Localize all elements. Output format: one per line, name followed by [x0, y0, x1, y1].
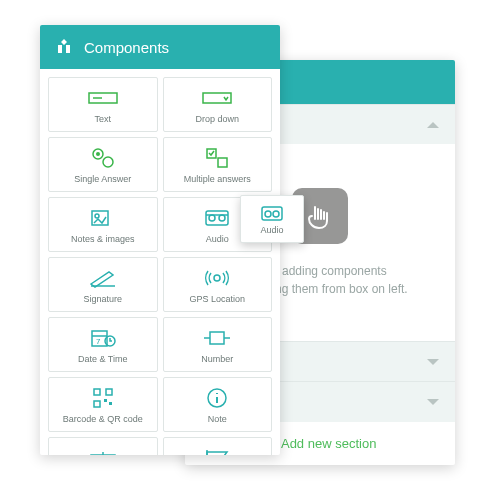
svg-rect-7 — [218, 158, 227, 167]
svg-point-4 — [96, 152, 100, 156]
barcode-icon — [92, 385, 114, 411]
svg-point-35 — [265, 211, 271, 217]
svg-point-9 — [95, 214, 99, 218]
svg-text:7: 7 — [96, 337, 101, 346]
text-icon — [88, 85, 118, 111]
component-tile-number[interactable]: Number — [163, 317, 273, 372]
component-tile-single-answer[interactable]: Single Answer — [48, 137, 158, 192]
drag-ghost-label: Audio — [260, 225, 283, 235]
components-header: Components — [40, 25, 280, 69]
single-answer-icon — [91, 145, 115, 171]
add-section-label: Add new section — [281, 436, 376, 451]
component-tile-multiple-answers[interactable]: Multiple answers — [163, 137, 273, 192]
dropdown-icon — [202, 85, 232, 111]
component-tile-notes-images[interactable]: Notes & images — [48, 197, 158, 252]
svg-rect-24 — [106, 389, 112, 395]
component-tile-text[interactable]: Text — [48, 77, 158, 132]
component-tile-dropdown[interactable]: Drop down — [163, 77, 273, 132]
component-tile-gps[interactable]: GPS Location — [163, 257, 273, 312]
chevron-down-icon — [427, 399, 439, 405]
gps-icon — [205, 265, 229, 291]
separator-icon — [89, 445, 117, 455]
multiple-answers-icon — [205, 145, 229, 171]
svg-point-11 — [209, 215, 215, 221]
svg-rect-27 — [109, 402, 112, 405]
chevron-down-icon — [427, 359, 439, 365]
component-tile-barcode[interactable]: Barcode & QR code — [48, 377, 158, 432]
svg-rect-23 — [94, 389, 100, 395]
signature-icon — [89, 265, 117, 291]
component-tile-signature[interactable]: Signature — [48, 257, 158, 312]
datetime-icon: 7 — [90, 325, 116, 351]
svg-rect-26 — [104, 399, 107, 402]
number-icon — [202, 325, 232, 351]
svg-point-12 — [219, 215, 225, 221]
notes-images-icon — [90, 205, 116, 231]
drag-ghost-tile[interactable]: Audio — [240, 195, 304, 243]
component-tile-separator[interactable]: Separator — [48, 437, 158, 455]
chevron-up-icon — [427, 122, 439, 128]
note-icon — [206, 385, 228, 411]
components-grid: Text Drop down Single Answer Multiple an… — [40, 69, 280, 455]
components-title: Components — [84, 39, 169, 56]
audio-icon — [260, 203, 284, 225]
audio-icon — [204, 205, 230, 231]
svg-point-15 — [214, 275, 220, 281]
feature-button-icon — [203, 445, 231, 455]
component-tile-datetime[interactable]: 7 Date & Time — [48, 317, 158, 372]
svg-point-5 — [103, 157, 113, 167]
svg-rect-20 — [210, 332, 224, 344]
component-tile-note[interactable]: Note — [163, 377, 273, 432]
component-tile-feature-button[interactable]: Feature button — [163, 437, 273, 455]
svg-point-36 — [273, 211, 279, 217]
components-header-icon — [54, 37, 74, 57]
svg-rect-25 — [94, 401, 100, 407]
